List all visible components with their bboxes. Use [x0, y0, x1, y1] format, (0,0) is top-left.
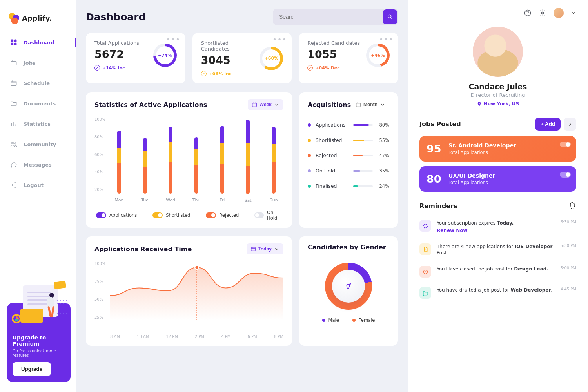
legend-toggle[interactable]: [206, 212, 216, 218]
reminders-list: Your subscription expires Today.Renew No…: [419, 215, 576, 303]
received-card: Applications Received Time Today 100%75%…: [86, 236, 292, 346]
chevron-down-icon: [274, 246, 279, 252]
bar-column: Fri: [216, 120, 228, 203]
sidebar-item-messages[interactable]: Messages: [5, 156, 72, 174]
stat-value: 3045: [201, 54, 254, 66]
job-title: UX/UI Designer: [448, 172, 495, 179]
bar-chart: 100%80%60%40%20% MonTueWedThuFriSatSun: [94, 117, 283, 203]
job-count: 95: [426, 143, 442, 155]
trend-icon: ↗: [94, 65, 100, 71]
search-button[interactable]: [383, 9, 397, 24]
user-menu-chevron[interactable]: [571, 10, 576, 16]
upgrade-panel: Upgrade to Premium Go Pro to unlock more…: [7, 303, 71, 382]
acq-bar: [353, 185, 373, 187]
svg-point-6: [12, 142, 14, 144]
dot-icon: [308, 139, 311, 142]
jobs-next-button[interactable]: [564, 118, 576, 131]
settings-icon[interactable]: [539, 9, 546, 17]
legend-item[interactable]: On Hold: [254, 210, 283, 221]
received-period-picker[interactable]: Today: [247, 243, 283, 254]
main-content: Dashboard ● ● ● Total Applications 5672 …: [76, 0, 408, 392]
sidebar-item-community[interactable]: Community: [5, 135, 72, 153]
chat-icon: [10, 161, 17, 168]
pin-icon: [477, 102, 482, 107]
svg-point-7: [15, 143, 16, 144]
reminder-time: 5:30 PM: [561, 243, 576, 248]
calendar-icon: [356, 102, 361, 107]
bell-icon[interactable]: [568, 202, 576, 210]
upgrade-title: Upgrade to Premium: [13, 334, 65, 347]
bar-column: Wed: [165, 120, 176, 203]
stat-card: ● ● ● Rejected Candidates 1055 ↗+04% Dec…: [299, 33, 398, 83]
bar-chart-yaxis: 100%80%60%40%20%: [94, 117, 113, 192]
stat-delta: ↗+06% Inc: [201, 71, 254, 76]
legend-item[interactable]: Rejected: [206, 210, 239, 221]
calendar-icon: [250, 246, 256, 252]
dot-icon: [308, 185, 311, 188]
legend-item[interactable]: Shortlisted: [152, 210, 190, 221]
search-input[interactable]: [273, 14, 382, 20]
people-icon: [10, 141, 17, 148]
acquisitions-card: Acquisitions Month Applications 80% Shor…: [299, 92, 398, 228]
area-chart-xaxis: 8 AM10 AM12 PM2 PM4 PM6 PM8 PM: [94, 334, 283, 339]
more-icon[interactable]: ● ● ●: [274, 38, 287, 41]
job-subtitle: Total Applications: [448, 180, 495, 185]
sidebar-item-statistics[interactable]: Statistics: [5, 115, 72, 133]
profile-location: New York, US: [477, 101, 519, 107]
acquisition-row: On Hold 35%: [308, 163, 389, 178]
close-icon: [419, 266, 431, 278]
area-chart-yaxis: 100%75%50%25%: [94, 261, 106, 319]
user-avatar-small[interactable]: [554, 8, 564, 18]
bar-column: Tue: [139, 120, 151, 203]
profile-role: Director of Recruiting: [470, 92, 525, 98]
bar-chart-legend: ApplicationsShortlistedRejectedOn Hold: [94, 210, 283, 221]
job-toggle[interactable]: [560, 172, 571, 178]
job-card[interactable]: 80 UX/UI Designer Total Applications: [419, 166, 576, 192]
legend-toggle[interactable]: [96, 212, 106, 218]
sidebar: Applify. DashboardJobsScheduleDocumentsS…: [0, 0, 76, 392]
legend-item[interactable]: Applications: [96, 210, 137, 221]
stat-card: ● ● ● Shortlisted Candidates 3045 ↗+06% …: [192, 33, 292, 83]
upgrade-button[interactable]: Upgrade: [13, 362, 51, 376]
more-icon[interactable]: ● ● ●: [167, 38, 180, 41]
profile-name: Candace Jules: [469, 82, 527, 91]
sidebar-item-dashboard[interactable]: Dashboard: [5, 33, 72, 51]
statistics-title: Statistics of Active Applications: [94, 101, 248, 109]
statistics-card: Statistics of Active Applications Week 1…: [86, 92, 292, 228]
add-job-button[interactable]: + Add: [535, 118, 561, 131]
sidebar-item-documents[interactable]: Documents: [5, 94, 72, 113]
svg-point-16: [542, 12, 544, 14]
acquisitions-period-picker[interactable]: Month: [352, 99, 389, 110]
legend-toggle[interactable]: [152, 212, 163, 218]
svg-rect-4: [11, 61, 16, 65]
calendar-icon: [252, 102, 257, 107]
gender-title: Candidates by Gender: [308, 243, 389, 251]
more-icon[interactable]: ● ● ●: [380, 38, 393, 41]
sidebar-item-jobs[interactable]: Jobs: [5, 54, 72, 72]
sidebar-item-logout[interactable]: Logout: [5, 176, 72, 194]
trend-icon: ↗: [307, 65, 313, 71]
reminder-text: You Have closed the job post for Design …: [437, 266, 555, 272]
sidebar-item-schedule[interactable]: Schedule: [5, 74, 72, 92]
brand-logo: Applify.: [0, 8, 76, 33]
job-card[interactable]: 95 Sr. Android Developer Total Applicati…: [419, 136, 576, 162]
search-bar: [273, 9, 398, 25]
reminder-item: Your subscription expires Today.Renew No…: [419, 215, 576, 239]
svg-rect-3: [15, 43, 16, 45]
stat-ring: +60%: [260, 47, 283, 70]
reminder-time: 4:45 PM: [561, 287, 576, 291]
job-toggle[interactable]: [560, 142, 571, 147]
svg-point-8: [388, 15, 391, 18]
refresh-icon: [419, 220, 431, 232]
reminder-text: You have drafted a job post for Web Deve…: [437, 287, 555, 294]
page-title: Dashboard: [86, 11, 266, 23]
reminder-item: There are 4 new applications for IOS Dev…: [419, 239, 576, 261]
statistics-period-picker[interactable]: Week: [248, 99, 283, 110]
help-icon[interactable]: [524, 9, 532, 17]
renew-link[interactable]: Renew Now: [437, 227, 468, 234]
acquisition-row: Applications 80%: [308, 117, 389, 132]
legend-toggle[interactable]: [254, 212, 264, 218]
acq-bar: [353, 140, 373, 141]
stat-label: Total Applications: [94, 40, 148, 46]
jobs-list: 95 Sr. Android Developer Total Applicati…: [419, 136, 576, 192]
